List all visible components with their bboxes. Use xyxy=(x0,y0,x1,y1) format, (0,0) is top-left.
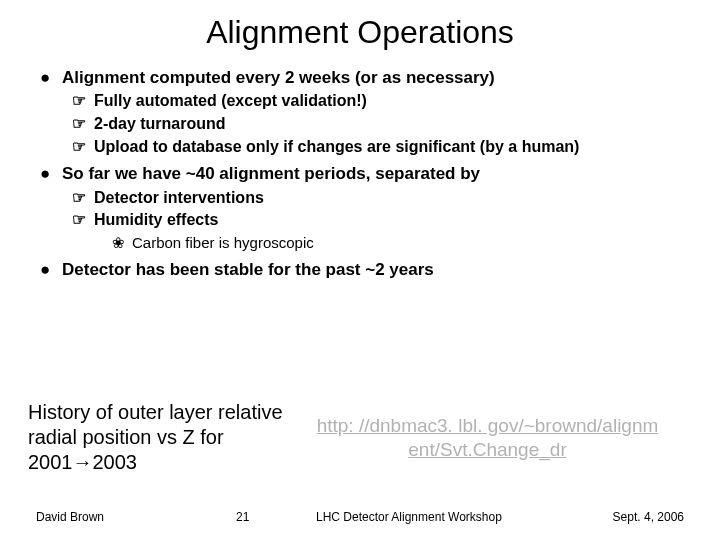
bullet-text: Humidity effects xyxy=(94,210,692,231)
bullet-text: Carbon fiber is hygroscopic xyxy=(132,233,692,253)
footer-page: 21 xyxy=(236,510,316,524)
bullet-text: So far we have ~40 alignment periods, se… xyxy=(62,163,692,185)
history-link[interactable]: http: //dnbmac3. lbl. gov/~brownd/alignm… xyxy=(283,414,692,462)
history-row: History of outer layer relative radial p… xyxy=(28,400,692,475)
slide: Alignment Operations ● Alignment compute… xyxy=(0,0,720,540)
bullet-upload-db: ☞ Upload to database only if changes are… xyxy=(72,137,692,158)
disc-icon: ● xyxy=(40,163,62,185)
bullet-carbon-fiber: ❀ Carbon fiber is hygroscopic xyxy=(112,233,692,253)
slide-body: ● Alignment computed every 2 weeks (or a… xyxy=(0,67,720,281)
bullet-text: Upload to database only if changes are s… xyxy=(94,137,692,158)
bullet-detector-interventions: ☞ Detector interventions xyxy=(72,188,692,209)
history-caption: History of outer layer relative radial p… xyxy=(28,400,283,475)
footer-author: David Brown xyxy=(36,510,236,524)
bullet-2day-turnaround: ☞ 2-day turnaround xyxy=(72,114,692,135)
bullet-alignment-computed: ● Alignment computed every 2 weeks (or a… xyxy=(40,67,692,89)
disc-icon: ● xyxy=(40,67,62,89)
flower-icon: ❀ xyxy=(112,233,132,253)
bullet-detector-stable: ● Detector has been stable for the past … xyxy=(40,259,692,281)
hand-icon: ☞ xyxy=(72,210,94,231)
slide-title: Alignment Operations xyxy=(0,0,720,61)
hand-icon: ☞ xyxy=(72,137,94,158)
bullet-40-periods: ● So far we have ~40 alignment periods, … xyxy=(40,163,692,185)
bullet-text: Detector has been stable for the past ~2… xyxy=(62,259,692,281)
hand-icon: ☞ xyxy=(72,114,94,135)
hand-icon: ☞ xyxy=(72,91,94,112)
bullet-text: Alignment computed every 2 weeks (or as … xyxy=(62,67,692,89)
bullet-fully-automated: ☞ Fully automated (except validation!) xyxy=(72,91,692,112)
bullet-text: Detector interventions xyxy=(94,188,692,209)
hand-icon: ☞ xyxy=(72,188,94,209)
bullet-humidity-effects: ☞ Humidity effects xyxy=(72,210,692,231)
footer-date: Sept. 4, 2006 xyxy=(564,510,684,524)
bullet-text: 2-day turnaround xyxy=(94,114,692,135)
slide-footer: David Brown 21 LHC Detector Alignment Wo… xyxy=(0,510,720,524)
footer-venue: LHC Detector Alignment Workshop xyxy=(316,510,564,524)
bullet-text: Fully automated (except validation!) xyxy=(94,91,692,112)
disc-icon: ● xyxy=(40,259,62,281)
